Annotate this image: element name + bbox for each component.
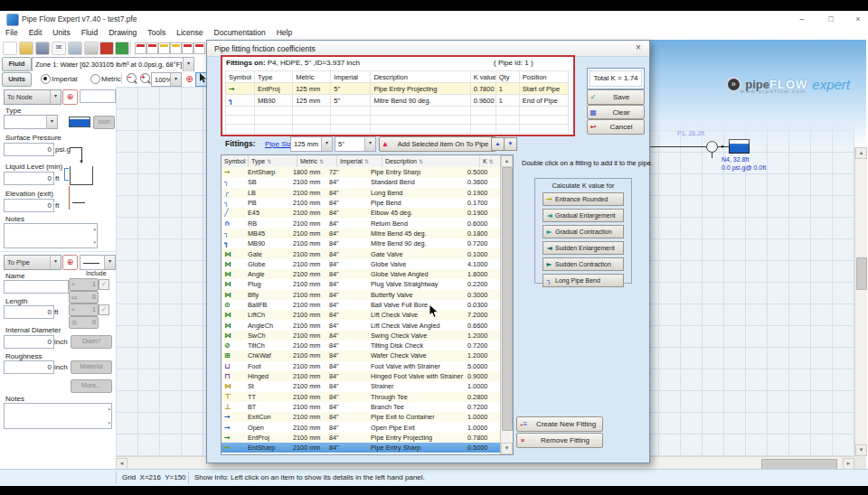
fitting-row[interactable]: ⊙BallFB2100 mm84"Ball Valve Full Bore0.0… (222, 300, 501, 310)
node-notes-input[interactable]: ▴ ▾ (4, 223, 98, 248)
clear-button[interactable]: ▦ Clear (587, 105, 645, 119)
scroll-up-icon[interactable]: ▲ (501, 155, 513, 167)
fitting-row[interactable]: ╮PB2100 mm84"Pipe Bend0.1700 (222, 198, 501, 208)
fitting-row[interactable]: ⋈Bfly2100 mm84"Butterfly Valve0.3000 (222, 290, 501, 300)
scroll-down-icon[interactable]: ▼ (501, 443, 513, 454)
print-icon[interactable] (84, 42, 99, 55)
to-pipe-select[interactable]: To Pipe ▾ (4, 255, 61, 270)
results-panel-icon-6[interactable] (193, 42, 205, 54)
results-panel-icon-2[interactable] (146, 42, 158, 54)
line-style-select[interactable]: ▾ (80, 255, 116, 270)
scroll-down-icon[interactable]: ▼ (855, 444, 867, 456)
calc-k-button[interactable]: ►Gradual Contraction (542, 225, 624, 238)
material-button[interactable]: Material (71, 360, 112, 374)
liquid-level-input[interactable] (4, 172, 54, 185)
move-up-button[interactable]: ▲ (491, 137, 505, 151)
fittings-count-button[interactable]: ≈ 1 (69, 278, 99, 291)
fitting-row[interactable]: ⋈AngleCh2100 mm84"Lift Check Valve Angle… (222, 320, 501, 330)
open-file-icon[interactable] (19, 42, 33, 55)
current-fitting-row[interactable]: →EntProj125 mm5"Pipe Entry Projecting0.7… (226, 83, 569, 95)
menu-edit[interactable]: Edit (24, 27, 48, 40)
fitting-row[interactable]: →EntSharp1800 mm72"Pipe Entry Sharp0.500… (222, 167, 501, 177)
metric-size-select[interactable]: 125 mm ▾ (290, 136, 333, 152)
fitting-row[interactable]: ⋈Angle2100 mm84"Globe Valve Angled1.8000 (222, 269, 501, 279)
add-selected-button[interactable]: ▲ Add Selected Item On To Pipe (379, 136, 496, 152)
excel-export-icon[interactable] (115, 42, 129, 55)
move-down-button[interactable]: ▼ (504, 137, 517, 151)
menu-fluid[interactable]: Fluid (76, 27, 103, 40)
fitting-row[interactable]: ⋈SwCh2100 mm84"Swing Check Valve1.2000 (222, 331, 501, 341)
save-button[interactable]: ✓ Save (587, 89, 645, 105)
col-metric[interactable]: Metric⇅ (297, 155, 337, 167)
fitting-row[interactable]: ╭LB2100 mm84"Long Bend0.1900 (222, 188, 501, 198)
more-button[interactable]: More... (71, 379, 112, 393)
pipe-notes-input[interactable]: ▴ ▾ (4, 403, 112, 429)
menu-drawing[interactable]: Drawing (103, 27, 142, 40)
fitting-row[interactable]: ⋈Plug2100 mm84"Plug Valve Straightway0.2… (222, 279, 501, 289)
include-valves-checkbox[interactable]: ✓ (99, 304, 109, 315)
imperial-radio[interactable] (41, 74, 51, 84)
close-button[interactable]: × (848, 13, 868, 25)
calc-k-button[interactable]: ╮Long Pipe Bend (542, 274, 624, 287)
calc-k-button[interactable]: ◄Sudden Enlargement (542, 241, 624, 255)
col-type[interactable]: Type⇅ (249, 155, 297, 167)
results-panel-icon-5[interactable] (182, 42, 193, 54)
metric-radio[interactable] (90, 74, 100, 84)
menu-documentation[interactable]: Documentation (209, 27, 271, 40)
fitting-row[interactable]: ╮MB452100 mm84"Mitre Bend 45 deg.0.1800 (222, 229, 501, 238)
icon-button[interactable]: Icon (93, 116, 115, 129)
scroll-thumb[interactable] (856, 257, 867, 290)
fitting-row[interactable]: ⊔Foot2100 mm84"Foot Valve with Strainer5… (222, 361, 501, 371)
cancel-button[interactable]: ↩ Cancel (587, 119, 645, 135)
pipe-name-input[interactable] (4, 280, 69, 294)
elevation-input[interactable] (4, 199, 54, 212)
fitting-row[interactable]: →EntProj2100 mm84"Pipe Entry Projecting0… (222, 433, 501, 443)
calc-k-button[interactable]: →Entrance Rounded (542, 192, 624, 206)
fitting-row[interactable]: ⊞ChkWaf2100 mm84"Wafer Check Valve1.2000 (222, 350, 501, 360)
new-file-icon[interactable] (3, 42, 17, 55)
current-fitting-row[interactable]: ┓MB90125 mm5"Mitre Bend 90 deg.0.96001En… (226, 95, 569, 107)
col-description[interactable]: Description⇅ (382, 155, 480, 167)
component-count-button[interactable]: ▭ 0 (69, 291, 99, 304)
fitting-row[interactable]: ⊓Hinged2100 mm84"Hinged Foot Valve with … (222, 371, 501, 381)
surface-pressure-input[interactable] (4, 143, 54, 156)
menu-license[interactable]: License (171, 27, 208, 40)
fitting-row[interactable]: ⋈Globe2100 mm84"Globe Valve4.1000 (222, 259, 501, 269)
fitting-row[interactable]: ╱E452100 mm84"Elbow 45 deg.0.1900 (222, 208, 501, 218)
fitting-row[interactable]: ⋈Gate2100 mm84"Gate Valve0.1000 (222, 248, 501, 258)
to-node-select[interactable]: To Node ▾ (4, 89, 61, 105)
menu-units[interactable]: Units (47, 27, 75, 40)
fitting-row[interactable]: ⊥BT2100 mm84"Branch Tee0.7200 (222, 402, 501, 412)
menu-help[interactable]: Help (271, 27, 297, 40)
fitting-row[interactable]: ┓MB902100 mm84"Mitre Bend 90 deg.0.7200 (222, 238, 501, 248)
pdf-export-icon[interactable] (99, 42, 114, 55)
fitting-row[interactable]: →Open2100 mm84"Open Pipe Exit1.0000 (222, 422, 501, 432)
include-fittings-checkbox[interactable]: ✓ (99, 279, 109, 290)
zoom-level-select[interactable]: 100% ▾ (151, 72, 182, 87)
roughness-input[interactable] (4, 360, 54, 374)
fitting-row[interactable]: ╮SB2100 mm84"Standard Bend0.3600 (222, 177, 501, 187)
fluid-button[interactable]: Fluid (2, 57, 32, 71)
fitting-row[interactable]: →ExitCon2100 mm84"Pipe Exit to Container… (222, 412, 501, 422)
save-file-icon[interactable] (35, 42, 50, 55)
create-new-fitting-button[interactable]: +≡ Create New Fitting (516, 416, 603, 432)
calc-k-button[interactable]: ►Sudden Contraction (542, 257, 624, 271)
spin-down-icon[interactable]: ▾ (93, 240, 96, 245)
calc-k-button[interactable]: ◄Gradual Enlargement (542, 209, 624, 222)
results-panel-icon-3[interactable] (158, 42, 170, 54)
results-panel-icon-4[interactable] (170, 42, 182, 54)
fitting-row[interactable]: →EntSharp2100 mm84"Pipe Entry Sharp0.500… (222, 443, 501, 453)
scroll-thumb[interactable] (502, 167, 513, 431)
node-type-select[interactable]: ▾ (4, 115, 58, 129)
fitting-row[interactable]: ⋈St2100 mm84"Strainer1.0000 (222, 381, 501, 391)
units-button[interactable]: Units (2, 72, 32, 87)
email-icon[interactable]: ✉ (52, 42, 66, 55)
fitting-row[interactable]: ⋈LiftCh2100 mm84"Lift Check Valve7.2000 (222, 310, 501, 320)
minimize-button[interactable]: – (792, 13, 812, 25)
fitting-row[interactable]: ⊤TT2100 mm84"Through Tee0.2800 (222, 392, 501, 402)
imperial-size-select[interactable]: 5" ▾ (335, 136, 376, 152)
diameter-helper-button[interactable]: Diam? (71, 335, 112, 349)
spin-down-icon[interactable]: ▾ (108, 421, 110, 425)
node-id-input[interactable] (80, 89, 116, 103)
col-symbol[interactable]: Symbol⇅ (222, 155, 249, 167)
